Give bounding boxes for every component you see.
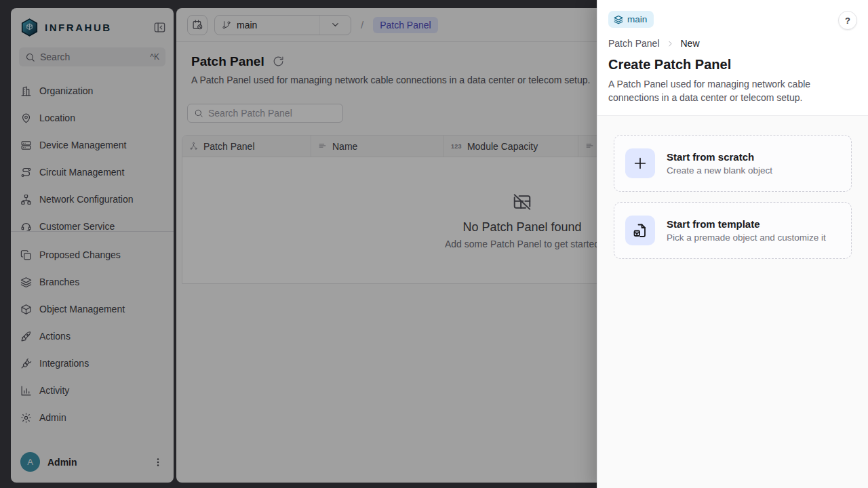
drawer-breadcrumb: Patch Panel New bbox=[608, 38, 857, 49]
drawer-branch-badge[interactable]: main bbox=[608, 11, 654, 28]
breadcrumb-parent[interactable]: Patch Panel bbox=[608, 38, 660, 49]
option-subtitle: Create a new blank object bbox=[667, 165, 772, 176]
plus-icon bbox=[625, 148, 655, 178]
file-box-icon bbox=[625, 216, 655, 245]
drawer-body: Start from scratch Create a new blank ob… bbox=[597, 116, 868, 278]
help-button[interactable]: ? bbox=[838, 11, 857, 30]
drawer-branch-label: main bbox=[627, 14, 647, 24]
option-title: Start from template bbox=[667, 218, 826, 230]
option-title: Start from scratch bbox=[667, 151, 772, 163]
breadcrumb-current: New bbox=[681, 38, 700, 49]
start-from-scratch-card[interactable]: Start from scratch Create a new blank ob… bbox=[614, 135, 852, 192]
drawer-header: main ? Patch Panel New Create Patch Pane… bbox=[597, 0, 868, 116]
option-subtitle: Pick a premade object and customize it bbox=[667, 232, 826, 243]
chevron-right-icon bbox=[666, 39, 675, 48]
layers-icon bbox=[614, 15, 623, 24]
create-drawer: main ? Patch Panel New Create Patch Pane… bbox=[597, 0, 868, 488]
start-from-template-card[interactable]: Start from template Pick a premade objec… bbox=[614, 202, 852, 259]
drawer-title: Create Patch Panel bbox=[608, 57, 857, 73]
drawer-description: A Patch Panel used for managing network … bbox=[608, 77, 832, 105]
